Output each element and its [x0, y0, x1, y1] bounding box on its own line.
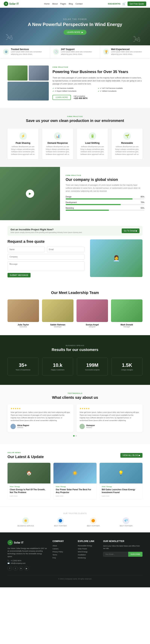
skill-track-0 [66, 198, 144, 200]
partners-tag: OUR TRUSTED CLIENTS [7, 512, 143, 514]
skill-track-2 [66, 210, 144, 211]
skill-bar-2: Marketing 55% [66, 207, 144, 211]
facebook-icon[interactable]: f [7, 566, 12, 570]
footer-bottom: © 2024 | Company name. All rights reserv… [7, 575, 143, 580]
dot-0[interactable] [73, 435, 75, 436]
nav-blog[interactable]: Blog [69, 3, 73, 5]
partner-icon-1: 🔵 [57, 517, 64, 524]
nav-pages[interactable]: Pages [60, 3, 66, 5]
blog-img-1: ☀️ [53, 463, 96, 484]
explore-link-3[interactable]: Installation [78, 554, 97, 556]
stat-number-1: 10.k [45, 362, 70, 368]
blog-date-2[interactable]: Learn more [102, 495, 140, 497]
feature-title-1: 24/7 Support [61, 48, 97, 50]
vision-title: Our company is global vision [66, 178, 144, 182]
about-checks: ✔✔ Full Services Available ✔✔ 24/7 Full … [53, 87, 143, 92]
about-images [7, 66, 49, 100]
skill-percent-2: 55% [141, 207, 144, 209]
explore-link-1[interactable]: Solar Power [78, 548, 97, 550]
service-icon-0: ⚡ [19, 132, 27, 140]
newsletter-form: SUBSCRIBE [103, 552, 143, 557]
check-3: ✔✔ Skilled Consultants [98, 90, 143, 92]
about-section: FIRM PRACTICE Powering Your Business for… [0, 58, 150, 108]
stat-label-1: Happy Customers [45, 369, 70, 371]
company-link-3[interactable]: Terms [53, 554, 72, 556]
email-input[interactable] [47, 247, 84, 252]
service-title-3: Renewable [114, 142, 140, 144]
wind-turbine-left: 🌬 [6, 33, 13, 42]
feature-icon-1: 🕐 [53, 49, 59, 55]
nav-about[interactable]: About [52, 3, 58, 5]
service-card-2: 🔋 Load Shifting Software development you… [77, 128, 108, 160]
play-button[interactable]: ▶ [26, 190, 34, 198]
team-avatar-2 [76, 300, 108, 322]
partners-grid: ☀️ BUSINESS SERVICE 🔵 BEST PARTNER 🟠 BES… [7, 517, 143, 527]
company-link-0[interactable]: About [53, 545, 72, 547]
feature-title-0: Trusted Services [11, 48, 47, 50]
team-section: Our Meet Leadership Team Julia Taylor Ex… [0, 283, 150, 335]
twitter-icon[interactable]: t [13, 566, 18, 570]
newsletter-btn[interactable]: SUBSCRIBE [128, 552, 143, 557]
cart-icon[interactable]: 🛒 [122, 2, 126, 5]
about-learn-btn[interactable]: LEARN MORE [53, 95, 71, 100]
footer-logo-text: Solar IT [14, 541, 23, 544]
explore-link-4[interactable]: Monitoring [78, 557, 97, 559]
company-link-2[interactable]: Privacy Policy [53, 551, 72, 553]
explore-link-0[interactable]: Renewable Energy [78, 545, 97, 547]
explore-link-2[interactable]: Wind Energy [78, 551, 97, 553]
hero-cta-button[interactable]: LEARN MORE ▶ [64, 30, 87, 35]
company-link-4[interactable]: FAQ [53, 557, 72, 559]
copyright-text: © 2024 | Company name. All rights reserv… [58, 578, 92, 580]
blog-date-0[interactable]: Learn more [10, 495, 48, 497]
nav-home[interactable]: Home [44, 3, 50, 5]
pagination-dots [7, 435, 143, 436]
newsletter-input[interactable] [103, 552, 128, 557]
submit-button[interactable]: SUBMIT MESSAGE [7, 273, 31, 278]
cta-button[interactable]: Get Free Quote [128, 2, 146, 6]
name-input[interactable] [7, 247, 45, 252]
form-row-2 [7, 254, 84, 260]
testimonial-card-0: ★★★★★ Solar gali lorem Ipsum. Sellus Lor… [7, 404, 74, 432]
quote-form-title: Request a free quote [7, 240, 84, 244]
service-text-0: Software development you are living is a… [10, 146, 36, 156]
stars-1: ★★★★★ [79, 407, 140, 410]
partner-2: 🟠 BEST PARTNER [87, 517, 100, 527]
logo[interactable]: ☀ Solar IT [4, 2, 19, 6]
testimonial-card-1: ★★★★★ Solar gali lorem Ipsum. Sellus Lor… [76, 404, 143, 432]
project-btn[interactable]: Go To Detail ▶ [122, 228, 140, 233]
author-name-0: Alicia Ragner [17, 424, 29, 426]
youtube-icon[interactable]: ▶ [24, 566, 29, 570]
linkedin-icon[interactable]: in [19, 566, 23, 570]
blog-post-title-2: Bill Gates Launches Clean Energy Investm… [102, 488, 140, 494]
feature-icon-0: ⚙️ [3, 49, 9, 55]
team-role-0: Executive [7, 326, 39, 328]
service-title-0: Peak Shaving [10, 142, 36, 144]
blog-body-2: Solar / Energy Bill Gates Launches Clean… [100, 484, 143, 499]
navbar-right: 01614234741 🛒 Get Free Quote [108, 2, 146, 6]
footer-company-col: COMPANY About Careers Privacy Policy Ter… [53, 540, 72, 571]
skill-label-1: Development [66, 201, 77, 204]
navbar-phone: 01614234741 [108, 3, 120, 5]
vision-section: ▶ FIRM PRACTICE Our company is global vi… [0, 167, 150, 220]
feature-title-2: Well Experienced [111, 48, 147, 50]
company-input[interactable] [7, 254, 84, 260]
dot-1[interactable] [75, 435, 77, 436]
blog-date-1[interactable]: Learn more [56, 495, 94, 497]
blog-view-all-btn[interactable]: VIEW ALL BLOG ▶ [120, 453, 143, 458]
feature-text-0: Trusted Services Lorem ipsum dolor amet … [11, 48, 47, 55]
team-name-1: Sabbir Rahman [42, 324, 74, 326]
nav-contact[interactable]: Contact [75, 3, 83, 5]
vision-tag: FIRM PRACTICE [66, 174, 144, 176]
company-link-1[interactable]: Careers [53, 548, 72, 550]
message-input[interactable] [7, 262, 84, 271]
team-role-1: Developer [42, 326, 74, 328]
footer-logo: ☀ Solar IT [7, 540, 47, 545]
service-text-3: Software development you are living is a… [114, 146, 140, 156]
testimonials-section: TESTIMONIALS What clients say about us ★… [0, 385, 150, 444]
services-tag: FIRM PRACTICE [7, 116, 143, 118]
team-avatar-1 [42, 300, 74, 322]
skill-label-2: Marketing [66, 207, 74, 209]
blog-card-2: 💡 Solar / Energy Bill Gates Launches Cle… [100, 463, 143, 499]
skill-label-0: Design [66, 196, 72, 198]
skill-bar-0: Design 85% [66, 196, 144, 200]
